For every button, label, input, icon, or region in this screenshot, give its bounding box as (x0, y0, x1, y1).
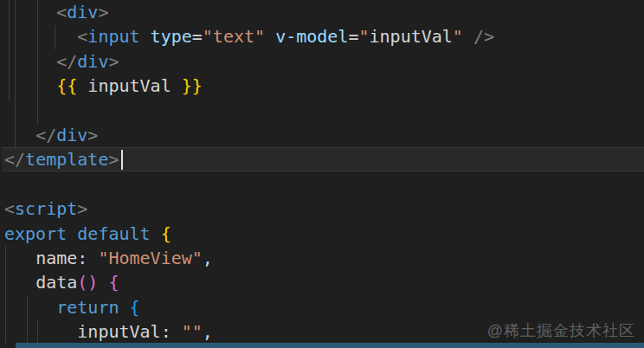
code-token: " (358, 26, 369, 47)
code-token: div (67, 2, 98, 23)
code-line[interactable]: data() { (4, 270, 644, 294)
code-token: { (130, 297, 140, 318)
code-token: = (348, 26, 358, 47)
code-token: < (4, 198, 15, 219)
code-token (4, 125, 35, 145)
code-token (119, 297, 129, 318)
code-token: type (151, 26, 192, 47)
code-token: </ (56, 51, 77, 72)
code-token (265, 26, 275, 47)
code-line[interactable]: </template> (4, 147, 644, 171)
code-token: data (35, 272, 77, 293)
code-token: input (87, 26, 139, 47)
code-token: { (108, 272, 119, 293)
code-token: {{ (56, 75, 77, 96)
code-token: script (15, 198, 77, 219)
code-line[interactable]: </div> (4, 49, 644, 74)
code-line[interactable] (4, 172, 644, 197)
code-token: , (203, 321, 213, 342)
code-token: export (4, 223, 67, 244)
code-token: "text" (203, 26, 265, 47)
code-token (171, 321, 182, 342)
code-token: template (25, 149, 108, 170)
code-token: }} (182, 75, 203, 96)
code-token (140, 26, 151, 47)
code-token: v-model (275, 26, 348, 47)
code-line[interactable]: {{ inputVal }} (4, 74, 644, 98)
code-token (98, 272, 108, 293)
code-line[interactable]: <div> (4, 0, 644, 24)
code-token: > (108, 149, 119, 170)
code-token: div (56, 125, 87, 145)
code-token: , (203, 248, 213, 268)
code-token: = (192, 26, 203, 47)
code-line[interactable]: <script> (4, 197, 644, 221)
code-token: > (98, 2, 108, 23)
text-cursor (121, 150, 123, 170)
code-line[interactable]: export default { (4, 222, 644, 246)
code-line[interactable]: return { (4, 295, 644, 319)
code-token: /> (473, 26, 494, 47)
code-token: </ (35, 125, 56, 145)
code-token (4, 51, 56, 72)
code-token (4, 321, 77, 342)
code-token: "HomeView" (98, 248, 202, 268)
code-token: inputVal (370, 26, 453, 47)
code-token: default (77, 223, 150, 244)
code-token (463, 26, 473, 47)
code-token: { (161, 223, 171, 244)
watermark: @稀土掘金技术社区 (487, 320, 635, 341)
code-token (4, 272, 35, 293)
code-token: div (77, 51, 108, 72)
code-token: < (56, 2, 67, 23)
code-token (87, 248, 98, 268)
code-token: : (161, 321, 171, 342)
code-area: <div> <input type="text" v-model="inputV… (4, 0, 644, 344)
code-token: > (77, 198, 87, 219)
code-token (4, 248, 35, 268)
code-token: > (87, 125, 98, 145)
code-token: " (453, 26, 463, 47)
code-token: return (56, 297, 119, 318)
code-token (4, 297, 56, 318)
code-line[interactable] (4, 99, 644, 123)
code-token (4, 75, 56, 96)
code-line[interactable]: name: "HomeView", (4, 246, 644, 270)
code-token (4, 26, 77, 47)
code-token (67, 223, 77, 244)
code-token: "" (182, 321, 203, 342)
code-token (151, 223, 161, 244)
code-token (4, 2, 56, 23)
code-token: inputVal (77, 321, 160, 342)
code-line[interactable]: </div> (4, 123, 644, 147)
code-token: inputVal (77, 75, 181, 96)
code-token: () (77, 272, 98, 293)
code-token: </ (4, 149, 25, 170)
code-token: < (77, 26, 87, 47)
code-token: > (108, 51, 119, 72)
code-token: name (35, 248, 77, 268)
code-token: : (77, 248, 87, 268)
code-editor[interactable]: <div> <input type="text" v-model="inputV… (0, 0, 644, 348)
code-line[interactable]: <input type="text" v-model="inputVal" /> (4, 24, 644, 48)
